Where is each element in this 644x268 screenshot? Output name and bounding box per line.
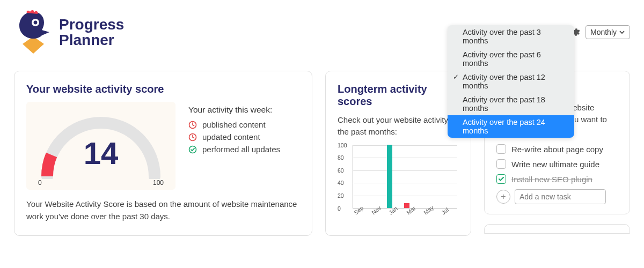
gauge-min: 0	[38, 179, 42, 187]
brand-line2: Planner	[59, 32, 124, 48]
add-task-input[interactable]	[515, 189, 606, 204]
range-dropdown[interactable]: Activity over the past 3 months Activity…	[448, 25, 574, 138]
score-title: Your website activity score	[26, 83, 300, 95]
clock-icon	[188, 133, 197, 142]
rooster-logo-icon	[14, 10, 53, 55]
score-description: Your Website Activity Score is based on …	[26, 198, 300, 222]
ytick: 80	[338, 154, 344, 161]
range-option-12m[interactable]: Activity over the past 12 months	[448, 70, 574, 93]
ytick: 100	[338, 142, 347, 148]
card-peek	[484, 224, 630, 234]
range-option-6m[interactable]: Activity over the past 6 months	[448, 48, 574, 70]
activity-label: updated content	[202, 132, 260, 142]
todo-item[interactable]: Write new ultimate guide	[496, 159, 618, 169]
checkbox-icon[interactable]	[496, 144, 506, 154]
check-circle-icon	[188, 145, 197, 154]
app-logo: Progress Planner	[14, 10, 124, 55]
chart-bar	[387, 145, 392, 208]
range-option-3m[interactable]: Activity over the past 3 months	[448, 25, 574, 48]
activity-item: updated content	[188, 132, 280, 142]
todo-label: Write new ultimate guide	[511, 160, 599, 169]
longterm-subtitle: Check out your website activity in the p…	[338, 114, 459, 138]
longterm-title: Longterm activity scores	[338, 83, 459, 108]
todo-label: Re-write about page copy	[511, 145, 603, 154]
ytick: 20	[338, 192, 344, 199]
todo-item[interactable]: Install new SEO plugin	[496, 174, 618, 184]
card-activity-score: Your website activity score 14 0 100 You…	[14, 71, 312, 236]
add-task-button[interactable]: +	[496, 190, 510, 204]
ytick: 0	[338, 205, 341, 212]
gauge-container: 14 0 100	[26, 102, 175, 190]
svg-point-1	[34, 21, 38, 25]
week-title: Your activity this week:	[188, 105, 280, 115]
activity-label: published content	[202, 120, 266, 129]
ytick: 60	[338, 167, 344, 174]
range-option-24m[interactable]: Activity over the past 24 months	[448, 115, 574, 138]
activity-item: performed all updates	[188, 145, 280, 154]
gauge-max: 100	[153, 179, 164, 187]
checkbox-checked-icon[interactable]	[496, 174, 506, 184]
chevron-down-icon	[619, 29, 625, 35]
checkbox-icon[interactable]	[496, 159, 506, 169]
ytick: 40	[338, 180, 344, 186]
score-value: 14	[34, 135, 168, 171]
longterm-chart: 100 80 60 40 20 0 Sep Nov Jan Mar May	[338, 145, 460, 226]
granularity-label: Monthly	[590, 28, 617, 36]
activity-item: published content	[188, 120, 280, 129]
granularity-select[interactable]: Monthly	[586, 25, 630, 39]
todo-label: Install new SEO plugin	[511, 175, 592, 184]
clock-icon	[188, 121, 197, 129]
range-option-18m[interactable]: Activity over the past 18 months	[448, 93, 574, 115]
brand-line1: Progress	[59, 17, 124, 32]
todo-item[interactable]: Re-write about page copy	[496, 144, 618, 154]
activity-label: performed all updates	[202, 145, 280, 154]
